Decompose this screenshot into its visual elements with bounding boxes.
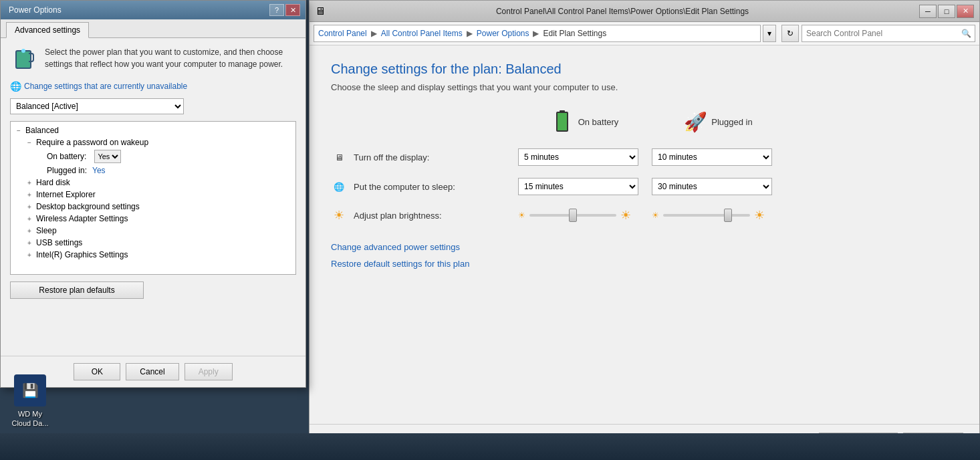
maximize-button[interactable]: □ <box>938 5 955 18</box>
advanced-settings-tree: − Balanced − Require a password on wakeu… <box>10 121 296 275</box>
battery-icon <box>552 108 573 135</box>
plugged-icon: 🚀 <box>685 108 706 135</box>
expand-icon-desktop-bg: + <box>25 203 33 211</box>
tree-label-usb: USB settings <box>36 238 82 247</box>
sleep-plugged-cell: 30 minutes <box>652 178 785 195</box>
breadcrumb-power-options[interactable]: Power Options <box>477 29 529 38</box>
plugged-in-value[interactable]: Yes <box>92 166 106 175</box>
tree-item-on-battery[interactable]: On battery: Yes <box>35 148 293 164</box>
search-box: 🔍 <box>802 25 975 42</box>
ok-button[interactable]: OK <box>74 363 120 380</box>
po-title-text: Power Options <box>9 5 269 15</box>
restore-plan-defaults-button[interactable]: Restore plan defaults <box>10 281 144 299</box>
cp-title-icon: 🖥 <box>315 5 326 17</box>
brightness-battery-slider[interactable] <box>529 209 616 222</box>
advanced-power-settings-link[interactable]: Change advanced power settings <box>331 242 958 252</box>
help-button[interactable]: ? <box>269 4 284 16</box>
brightness-battery-sun-small: ☀ <box>518 211 525 220</box>
brightness-plugged-sun-large: ☀ <box>754 208 765 223</box>
sleep-label: 🌐 Put the computer to sleep: <box>331 179 518 195</box>
tree-item-ie[interactable]: + Internet Explorer <box>24 189 293 201</box>
display-label: 🖥 Turn off the display: <box>331 149 518 165</box>
po-cancel-button[interactable]: Cancel <box>126 363 178 380</box>
brightness-label: ☀ Adjust plan brightness: <box>331 207 518 223</box>
tree-label-password: Require a password on wakeup <box>36 138 148 147</box>
battery-col-label: On battery <box>578 117 619 127</box>
breadcrumb-all-items[interactable]: All Control Panel Items <box>381 29 463 38</box>
close-button[interactable]: ✕ <box>957 5 974 18</box>
taskbar <box>0 433 980 460</box>
refresh-button[interactable]: ↻ <box>781 25 799 42</box>
tree-label-ie: Internet Explorer <box>36 190 96 199</box>
display-icon: 🖥 <box>331 149 347 165</box>
po-description: Select the power plan that you want to c… <box>10 46 296 73</box>
po-close-button[interactable]: ✕ <box>285 4 300 16</box>
expand-icon-balanced: − <box>15 127 23 134</box>
sleep-plugged-select[interactable]: 30 minutes <box>652 178 772 195</box>
change-settings-link[interactable]: 🌐 Change settings that are currently una… <box>10 81 296 92</box>
sleep-settings-row: 🌐 Put the computer to sleep: 15 minutes … <box>331 178 958 195</box>
tree-label-sleep: Sleep <box>36 226 57 235</box>
globe-icon: 🌐 <box>10 81 21 92</box>
plugged-col-label: Plugged in <box>711 117 752 127</box>
plugged-column-header: 🚀 Plugged in <box>652 108 785 143</box>
po-tabs: Advanced settings <box>1 19 305 38</box>
battery-column-header: On battery <box>518 108 652 143</box>
search-input[interactable] <box>802 29 957 38</box>
tab-advanced-settings[interactable]: Advanced settings <box>6 22 89 38</box>
address-bar: Control Panel ▶ All Control Panel Items … <box>310 22 979 45</box>
tree-item-desktop-bg[interactable]: + Desktop background settings <box>24 201 293 213</box>
breadcrumb-current: Edit Plan Settings <box>543 29 606 38</box>
brightness-plugged-slider[interactable] <box>663 209 750 222</box>
brightness-plugged-sun-small: ☀ <box>652 211 659 220</box>
apply-button[interactable]: Apply <box>185 363 233 380</box>
tree-item-password[interactable]: − Require a password on wakeup <box>24 136 293 148</box>
expand-icon-wireless: + <box>25 215 33 223</box>
tree-label-hard-disk: Hard disk <box>36 178 70 187</box>
restore-default-settings-link[interactable]: Restore default settings for this plan <box>331 259 958 269</box>
plan-select-row: Balanced [Active] <box>10 98 296 114</box>
cp-content: Change settings for the plan: Balanced C… <box>310 45 979 424</box>
expand-icon-password: − <box>25 139 33 146</box>
display-plugged-select[interactable]: 10 minutes <box>652 148 772 166</box>
minimize-button[interactable]: ─ <box>919 5 937 18</box>
path-separator-2: ▶ <box>467 29 473 38</box>
plan-select[interactable]: Balanced [Active] <box>10 98 184 114</box>
links-section: Change advanced power settings Restore d… <box>331 242 958 269</box>
display-plugged-cell: 10 minutes <box>652 148 785 166</box>
search-icon[interactable]: 🔍 <box>957 25 975 41</box>
sleep-battery-select[interactable]: 15 minutes <box>518 178 638 195</box>
tree-label-desktop-bg: Desktop background settings <box>36 202 140 211</box>
tree-label-on-battery: On battery: <box>47 152 86 161</box>
address-dropdown-button[interactable]: ▾ <box>763 25 776 42</box>
po-desc-text: Select the power plan that you want to c… <box>45 46 296 70</box>
desktop-icon-label: WD MyCloud Da... <box>11 410 48 427</box>
tree-item-plugged-in[interactable]: Plugged in: Yes <box>35 164 293 177</box>
on-battery-select[interactable]: Yes <box>94 150 121 163</box>
tree-item-wireless[interactable]: + Wireless Adapter Settings <box>24 213 293 225</box>
expand-icon-sleep: + <box>25 227 33 235</box>
cp-titlebar: 🖥 Control Panel\All Control Panel Items\… <box>310 1 979 22</box>
tree-label-wireless: Wireless Adapter Settings <box>36 214 128 223</box>
po-titlebar: Power Options ? ✕ <box>1 1 305 19</box>
brightness-battery-cell: ☀ ☀ <box>518 208 652 223</box>
tree-label-balanced: Balanced <box>25 126 59 135</box>
tree-item-balanced[interactable]: − Balanced <box>13 124 293 136</box>
tree-item-intel-graphics[interactable]: + Intel(R) Graphics Settings <box>24 249 293 261</box>
plan-title: Change settings for the plan: Balanced <box>331 62 958 77</box>
expand-icon-ie: + <box>25 191 33 199</box>
display-battery-cell: 5 minutes <box>518 148 652 166</box>
tree-item-sleep[interactable]: + Sleep <box>24 225 293 237</box>
tree-item-usb[interactable]: + USB settings <box>24 237 293 249</box>
breadcrumb-control-panel[interactable]: Control Panel <box>318 29 367 38</box>
plan-subtitle: Choose the sleep and display settings th… <box>331 82 958 92</box>
tree-item-hard-disk[interactable]: + Hard disk <box>24 177 293 189</box>
expand-icon-hard-disk: + <box>25 179 33 187</box>
brightness-battery-sun-large: ☀ <box>620 208 631 223</box>
path-separator-1: ▶ <box>371 29 377 38</box>
display-battery-select[interactable]: 5 minutes <box>518 148 638 166</box>
tree-label-intel: Intel(R) Graphics Settings <box>36 250 128 259</box>
brightness-icon: ☀ <box>331 207 347 223</box>
desktop-icon-wd[interactable]: 💾 WD MyCloud Da... <box>7 374 53 428</box>
cp-window-title: Control Panel\All Control Panel Items\Po… <box>326 7 919 16</box>
